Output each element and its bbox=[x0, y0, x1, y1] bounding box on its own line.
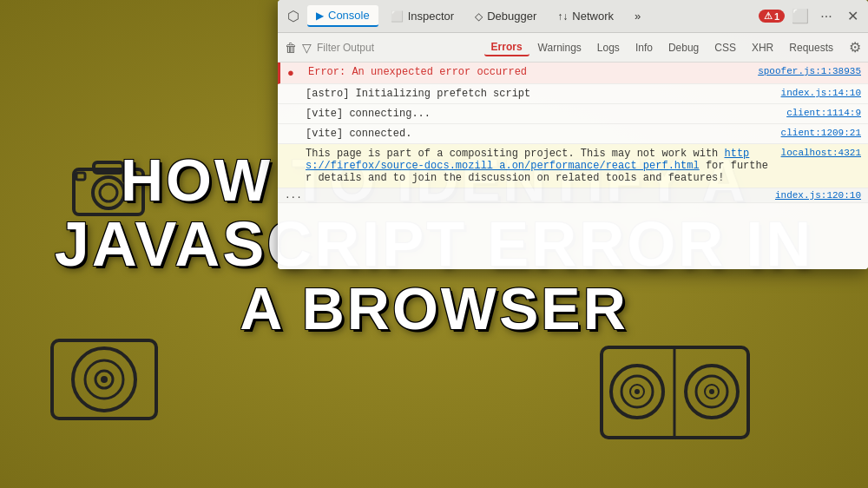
filter-tab-debug[interactable]: Debug bbox=[661, 40, 706, 56]
svg-point-16 bbox=[635, 389, 640, 394]
log-row-source-2[interactable]: client:1114:9 bbox=[786, 108, 861, 118]
title-line3: A BROWSER bbox=[0, 279, 868, 338]
ellipsis-row-source[interactable]: index.js:120:10 bbox=[775, 190, 861, 201]
error-badge-count: 1 bbox=[774, 11, 779, 22]
error-badge-icon: ⚠ bbox=[764, 10, 773, 22]
console-row-ellipsis: ... index.js:120:10 bbox=[278, 188, 868, 203]
console-tab-icon: ▶ bbox=[316, 10, 324, 22]
tab-debugger[interactable]: ◇ Debugger bbox=[466, 6, 545, 26]
tab-more[interactable]: » bbox=[626, 6, 649, 26]
info-row-link[interactable]: https://firefox/source-docs.mozill a.on/… bbox=[306, 148, 749, 172]
inspector-tab-label: Inspector bbox=[408, 10, 454, 23]
close-icon[interactable]: ✕ bbox=[842, 6, 863, 27]
filter-tab-warnings[interactable]: Warnings bbox=[531, 40, 589, 56]
console-row-vite2: [vite] connected. client:1209:21 bbox=[278, 124, 868, 144]
responsive-icon[interactable]: ⬜ bbox=[790, 6, 811, 27]
devtools-toolbar: ⬡ ▶ Console ⬜ Inspector ◇ Debugger ↑↓ Ne… bbox=[278, 0, 868, 33]
debugger-tab-label: Debugger bbox=[487, 10, 536, 23]
filter-tab-requests[interactable]: Requests bbox=[782, 40, 840, 56]
console-settings-icon[interactable]: ⚙ bbox=[849, 39, 861, 56]
filter-tab-errors[interactable]: Errors bbox=[484, 39, 529, 56]
error-row-source[interactable]: spoofer.js:1:38935 bbox=[758, 66, 861, 76]
log-row-source-1[interactable]: index.js:14:10 bbox=[781, 88, 861, 98]
console-row-astro: [astro] Initializing prefetch script ind… bbox=[278, 84, 868, 104]
filter-tab-info[interactable]: Info bbox=[628, 40, 660, 56]
filter-tab-css[interactable]: CSS bbox=[707, 40, 743, 56]
filter-tabs: Errors Warnings Logs Info Debug CSS XHR … bbox=[484, 39, 840, 56]
ellipsis-row-text: ... bbox=[285, 190, 768, 201]
log-row-text-1: [astro] Initializing prefetch script bbox=[306, 88, 774, 100]
info-row-text: This page is part of a compositing proje… bbox=[306, 148, 774, 184]
console-content: ● Error: An unexpected error occurred sp… bbox=[278, 63, 868, 269]
filter-input-area[interactable]: Filter Output bbox=[317, 42, 374, 54]
devtools-panel: ⬡ ▶ Console ⬜ Inspector ◇ Debugger ↑↓ Ne… bbox=[278, 0, 868, 269]
tab-network[interactable]: ↑↓ Network bbox=[549, 6, 622, 26]
log-row-source-3[interactable]: client:1209:21 bbox=[781, 128, 861, 138]
console-row-info: This page is part of a compositing proje… bbox=[278, 144, 868, 188]
info-row-source[interactable]: localhost:4321 bbox=[781, 148, 861, 158]
filter-bar: 🗑 ▽ Filter Output Errors Warnings Logs I… bbox=[278, 33, 868, 63]
tab-console[interactable]: ▶ Console bbox=[307, 5, 378, 27]
filter-icon[interactable]: ▽ bbox=[302, 41, 312, 55]
speaker-left-svg bbox=[48, 336, 161, 423]
log-row-text-2: [vite] connecting... bbox=[306, 108, 779, 120]
log-row-text-3: [vite] connected. bbox=[306, 128, 774, 140]
filter-placeholder: Filter Output bbox=[317, 42, 374, 54]
speaker-right-svg bbox=[599, 345, 751, 440]
network-tab-label: Network bbox=[572, 10, 614, 23]
network-tab-icon: ↑↓ bbox=[557, 10, 568, 23]
error-row-text: Error: An unexpected error occurred bbox=[308, 66, 751, 78]
inspector-tab-icon: ⬜ bbox=[391, 10, 404, 23]
console-row-error: ● Error: An unexpected error occurred sp… bbox=[278, 63, 868, 84]
speaker-right-icon bbox=[599, 345, 738, 432]
devtools-picker-icon[interactable]: ⬡ bbox=[283, 6, 304, 27]
clear-output-icon[interactable]: 🗑 bbox=[285, 41, 297, 55]
debugger-tab-icon: ◇ bbox=[475, 10, 483, 23]
more-tab-label: » bbox=[635, 10, 641, 23]
svg-point-10 bbox=[101, 376, 108, 383]
filter-tab-logs[interactable]: Logs bbox=[590, 40, 627, 56]
tab-inspector[interactable]: ⬜ Inspector bbox=[382, 6, 463, 26]
speaker-left-icon bbox=[48, 336, 152, 414]
toolbar-right: ⚠ 1 ⬜ ··· ✕ bbox=[759, 6, 863, 27]
error-badge: ⚠ 1 bbox=[759, 10, 785, 23]
console-tab-label: Console bbox=[328, 9, 370, 22]
svg-point-20 bbox=[709, 389, 714, 394]
error-row-icon: ● bbox=[287, 67, 303, 80]
more-options-icon[interactable]: ··· bbox=[816, 6, 837, 27]
console-row-vite1: [vite] connecting... client:1114:9 bbox=[278, 104, 868, 124]
filter-tab-xhr[interactable]: XHR bbox=[745, 40, 780, 56]
